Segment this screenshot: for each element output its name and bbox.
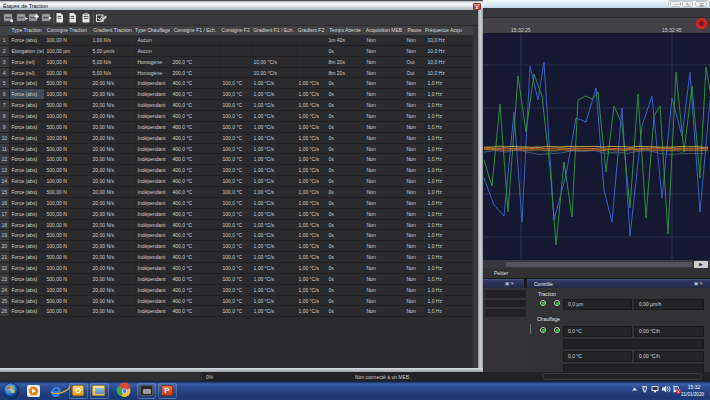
svg-text:e: e — [51, 381, 61, 400]
